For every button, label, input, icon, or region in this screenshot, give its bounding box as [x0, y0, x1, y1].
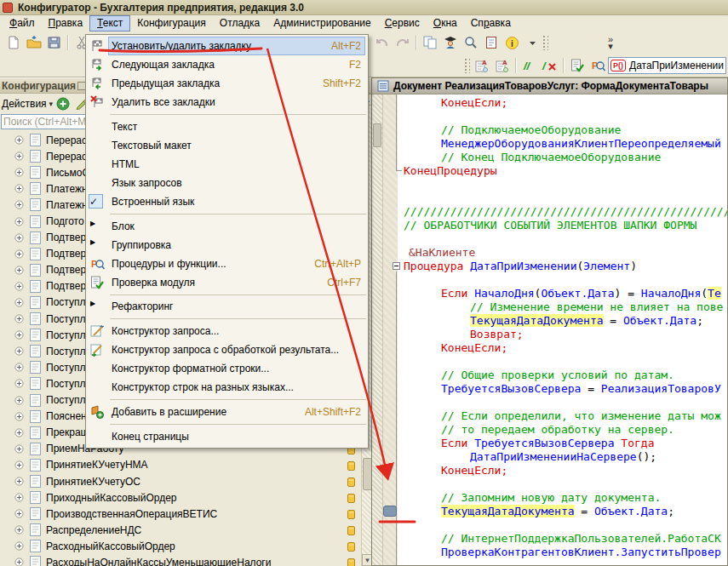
check-module-button[interactable] — [567, 56, 588, 75]
expand-plus-icon[interactable] — [14, 330, 24, 340]
tree-item[interactable]: ПринятиеКУчетуНМА — [0, 457, 361, 473]
expand-plus-icon[interactable] — [14, 249, 24, 259]
code-line[interactable]: МенеджерОборудованияКлиентПереопределяем… — [404, 137, 727, 151]
menu-окна[interactable]: Окна — [427, 15, 464, 31]
tree-item[interactable]: РасходыНаОнлайнКассыУменьшающиеНалоги — [0, 554, 361, 566]
expand-plus-icon[interactable] — [14, 233, 24, 243]
code-line[interactable] — [404, 518, 727, 532]
code-line[interactable] — [404, 192, 727, 205]
code-line[interactable] — [404, 232, 727, 246]
code-line[interactable]: // то передаем обработку на сервер. — [404, 423, 727, 437]
format-block-button[interactable]: А — [472, 56, 492, 75]
code-line[interactable]: // ПодключаемоеОборудование — [404, 123, 727, 137]
menu-item[interactable]: Конструктор запроса с обработкой результ… — [86, 340, 368, 359]
menu-item[interactable]: Установить/удалить закладкуAlt+F2 — [86, 37, 368, 55]
code-line[interactable]: ////////////////////////////////////////… — [404, 205, 727, 219]
menu-item[interactable]: Конец страницы — [86, 427, 368, 446]
tree-item[interactable]: ПринятиеКУчетуОС — [0, 473, 361, 489]
editor-title-bar[interactable]: Документ РеализацияТоваровУслуг: ФормаДо… — [372, 78, 727, 94]
menu-конфигурация[interactable]: Конфигурация — [130, 15, 213, 31]
menu-item[interactable]: Конструктор форматной строки... — [86, 359, 368, 378]
save-button[interactable] — [44, 33, 65, 52]
copy-pages-button[interactable] — [420, 33, 440, 52]
info-button[interactable]: i — [502, 33, 522, 52]
menu-отладка[interactable]: Отладка — [213, 15, 267, 31]
menu-item[interactable]: ✓Встроенный язык — [86, 192, 368, 211]
grip-handle[interactable] — [542, 35, 548, 50]
menu-текст[interactable]: Текст — [89, 15, 130, 31]
menu-item[interactable]: HTML — [86, 155, 368, 174]
code-area[interactable]: КонецЕсли;// ПодключаемоеОборудованиеМен… — [404, 96, 727, 559]
expand-plus-icon[interactable] — [14, 314, 24, 323]
grip-handle[interactable] — [464, 58, 470, 73]
procedure-combobox[interactable]: Р() ДатаПриИзменении — [608, 57, 726, 74]
code-line[interactable]: КонецЕсли; — [404, 464, 727, 477]
code-line[interactable]: Если НачалоДня(Объект.Дата) = НачалоДня(… — [404, 287, 727, 300]
expand-plus-icon[interactable] — [14, 135, 24, 145]
menu-item[interactable]: Конструктор запроса... — [86, 322, 368, 340]
chevron-down-icon[interactable]: ▾ — [49, 100, 54, 108]
code-line[interactable]: ДатаПриИзмененииНаСервере(); — [404, 450, 727, 464]
redo-button[interactable] — [393, 33, 413, 52]
expand-plus-icon[interactable] — [14, 444, 24, 454]
menu-файл[interactable]: Файл — [3, 15, 42, 31]
expand-plus-icon[interactable] — [14, 493, 24, 502]
editor-scrollbar[interactable] — [372, 94, 383, 565]
dropdown-caret-button[interactable] — [522, 33, 542, 52]
code-editor[interactable]: КонецЕсли;// ПодключаемоеОборудованиеМен… — [372, 94, 727, 565]
code-line[interactable]: КонецЕсли; — [404, 341, 727, 355]
code-line[interactable] — [404, 178, 727, 192]
comment-add-button[interactable]: // — [519, 56, 540, 75]
expand-plus-icon[interactable] — [14, 477, 24, 486]
tree-item[interactable]: РаспределениеНДС — [0, 522, 361, 538]
menu-item[interactable]: Удалить все закладки — [86, 93, 368, 111]
expand-plus-icon[interactable] — [14, 298, 24, 307]
actions-button[interactable]: Действия — [2, 98, 47, 110]
code-line[interactable]: // Если определили, что изменение даты м… — [404, 409, 727, 423]
format-lines-button[interactable]: А — [492, 56, 513, 75]
code-line[interactable] — [404, 477, 727, 491]
code-line[interactable] — [404, 396, 727, 409]
procedures-find-button[interactable]: Р — [588, 56, 608, 75]
menu-справка[interactable]: Справка — [464, 15, 518, 31]
menu-item[interactable]: Следующая закладкаF2 — [86, 55, 368, 74]
code-line[interactable]: // Запомним новую дату документа. — [404, 491, 727, 505]
code-line[interactable]: КонецПроцедуры — [404, 164, 727, 178]
menu-администрирование[interactable]: Администрирование — [267, 15, 377, 31]
add-button[interactable] — [56, 97, 70, 111]
code-line[interactable]: ТекущаяДатаДокумента = Объект.Дата; — [404, 314, 727, 328]
global-search-button[interactable] — [461, 33, 481, 52]
wizard-button[interactable] — [440, 33, 461, 52]
expand-plus-icon[interactable] — [14, 525, 24, 535]
code-line[interactable]: ТребуетсяВызовСервера = РеализацияТоваро… — [404, 382, 727, 396]
tree-item[interactable]: РасходныйКассовыйОрдер — [0, 538, 361, 554]
expand-plus-icon[interactable] — [14, 168, 24, 177]
code-line[interactable]: // ИнтернетПоддержкаПользователей.Работа… — [404, 532, 727, 546]
expand-plus-icon[interactable] — [14, 266, 24, 275]
menu-item[interactable]: РПроцедуры и функции...Ctrl+Alt+P — [86, 254, 368, 273]
menu-item[interactable]: Рефакторинг▶ — [86, 297, 368, 316]
overflow-chevron-icon[interactable]: »▾ — [608, 36, 613, 49]
code-line[interactable]: Возврат; — [404, 328, 727, 341]
collapse-icon[interactable] — [393, 262, 400, 270]
code-line[interactable]: КонецЕсли; — [404, 96, 727, 110]
expand-plus-icon[interactable] — [14, 346, 24, 356]
code-line[interactable]: &НаКлиенте — [404, 246, 727, 260]
menu-item[interactable]: Предыдущая закладкаShift+F2 — [86, 74, 368, 93]
expand-plus-icon[interactable] — [14, 363, 24, 372]
expand-plus-icon[interactable] — [14, 428, 24, 437]
code-line[interactable]: Процедура ДатаПриИзменении(Элемент) — [404, 260, 727, 273]
code-line[interactable] — [404, 273, 727, 287]
expand-plus-icon[interactable] — [14, 282, 24, 291]
expand-plus-icon[interactable] — [14, 541, 24, 551]
menu-item[interactable]: Текст — [86, 117, 368, 136]
menu-item[interactable]: Добавить в расширениеAlt+Shift+F2 — [86, 403, 368, 421]
code-line[interactable] — [404, 355, 727, 369]
code-line[interactable]: // ОБРАБОТЧИКИ СОБЫТИЙ ЭЛЕМЕНТОВ ШАПКИ Ф… — [404, 219, 727, 232]
code-line[interactable]: // Изменение времени не влияет на пове — [404, 300, 727, 314]
syntax-doc-button[interactable] — [481, 33, 502, 52]
code-line[interactable]: // Конец ПодключаемоеОборудование — [404, 151, 727, 164]
expand-plus-icon[interactable] — [14, 509, 24, 518]
new-document-button[interactable] — [3, 33, 24, 52]
code-line[interactable]: ТекущаяДатаДокумента = Объект.Дата; — [404, 505, 727, 518]
